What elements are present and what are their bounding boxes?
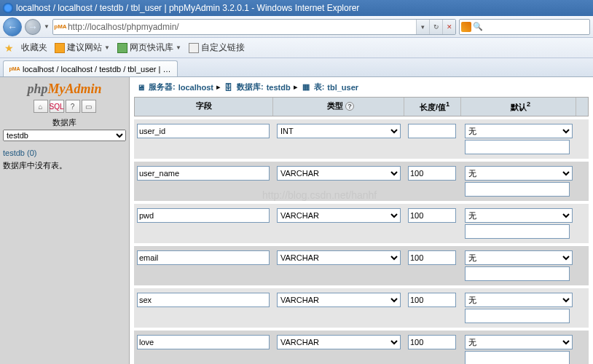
field-name-input[interactable] [137,250,270,265]
db-label: 数据库 [3,117,126,128]
field-default-input[interactable] [465,266,570,281]
address-dropdown[interactable]: ▾ [416,20,429,34]
stop-button[interactable]: ✕ [442,20,455,34]
crumb-table[interactable]: tbl_user [327,83,358,92]
field-length-input[interactable] [408,293,456,307]
field-default-select[interactable]: 无 [465,250,573,265]
field-row: VARCHAR无 [134,246,589,285]
page-icon [189,43,199,53]
chevron-down-icon: ▼ [176,44,181,51]
field-default-select[interactable]: 无 [465,335,573,349]
pma-favicon-icon: pMA [9,64,20,74]
suggested-icon [55,43,65,53]
breadcrumb: 🖥 服务器: localhost ▸ 🗄 数据库: testdb ▸ ▦ 表: … [130,77,593,97]
favorites-bar: ★ 收藏夹 建议网站 ▼ 网页快讯库 ▼ 自定义链接 [0,38,593,58]
ie-favicon [3,3,13,13]
nav-dropdown-icon[interactable]: ▼ [44,23,50,30]
field-default-select[interactable]: 无 [465,166,573,181]
home-icon[interactable]: ⌂ [34,100,48,113]
hdr-name: 字段 [135,98,273,116]
field-row: VARCHAR无 [134,288,589,328]
address-input[interactable] [68,22,416,32]
tab-title: localhost / localhost / testdb / tbl_use… [23,65,171,74]
help-icon[interactable]: ? [345,102,354,111]
forward-button[interactable]: → [25,19,41,35]
hdr-type: 类型 ? [278,98,404,116]
field-row: VARCHAR无 [134,162,589,201]
docs-icon[interactable]: ? [66,100,80,113]
field-name-input[interactable] [137,124,270,138]
crumb-server[interactable]: localhost [178,83,213,92]
field-default-input[interactable] [465,140,570,154]
tab-bar: pMA localhost / localhost / testdb / tbl… [0,58,593,77]
hdr-len: 长度/值1 [409,98,461,116]
field-default-select[interactable]: 无 [465,124,573,138]
field-default-select[interactable]: 无 [465,208,573,223]
custom-link[interactable]: 自定义链接 [189,41,245,54]
browser-tab[interactable]: pMA localhost / localhost / testdb / tbl… [3,60,178,76]
address-bar[interactable]: pMA ▾ ↻ ✕ [52,19,456,35]
back-button[interactable]: ← [3,17,22,36]
field-length-input[interactable] [408,208,456,223]
field-default-select[interactable]: 无 [465,293,573,307]
webslice-icon [117,43,127,53]
field-name-input[interactable] [137,208,270,223]
sidebar: phpMyAdmin ⌂ SQL ? ▭ 数据库 testdb testdb (… [0,77,130,364]
field-name-input[interactable] [137,166,270,181]
field-default-input[interactable] [465,309,570,323]
field-type-select[interactable]: VARCHAR [277,293,401,307]
favorites-label: 收藏夹 [21,41,47,54]
field-row: INT无 [134,119,589,159]
ie-toolbar: ← → ▼ pMA ▾ ↻ ✕ 🔍 [0,16,593,38]
pma-favicon-icon: pMA [55,21,66,33]
window-titlebar: localhost / localhost / testdb / tbl_use… [0,0,593,16]
field-type-select[interactable]: VARCHAR [277,166,401,181]
suggested-sites[interactable]: 建议网站 ▼ [55,41,110,54]
column-headers: 字段 类型 ? 长度/值1 默认2 [134,97,589,116]
web-slice[interactable]: 网页快讯库 ▼ [117,41,181,54]
database-select[interactable]: testdb [3,130,126,141]
refresh-button[interactable]: ↻ [429,20,442,34]
field-type-select[interactable]: INT [277,124,401,138]
phpmyadmin-logo: phpMyAdmin [3,82,126,97]
field-name-input[interactable] [137,335,270,349]
server-icon: 🖥 [136,82,146,92]
search-icon[interactable]: 🔍 [471,22,484,31]
table-icon: ▦ [301,82,311,92]
database-icon: 🗄 [224,82,234,92]
field-default-input[interactable] [465,224,570,239]
sql-icon[interactable]: SQL [50,100,64,113]
field-length-input[interactable] [408,124,456,138]
field-row: VARCHAR无 [134,204,589,243]
field-default-input[interactable] [465,351,570,364]
field-type-select[interactable]: VARCHAR [277,250,401,265]
field-row: VARCHAR无 [134,331,589,364]
field-length-input[interactable] [408,250,456,265]
empty-db-note: 数据库中没有表。 [3,160,126,171]
hdr-def: 默认2 [466,98,576,116]
query-icon[interactable]: ▭ [82,100,96,113]
field-default-input[interactable] [465,182,570,197]
field-name-input[interactable] [137,293,270,307]
field-length-input[interactable] [408,335,456,349]
chevron-down-icon: ▼ [104,44,110,51]
bing-icon [461,22,471,32]
field-type-select[interactable]: VARCHAR [277,208,401,223]
field-type-select[interactable]: VARCHAR [277,335,401,349]
favorites-star-icon[interactable]: ★ [4,42,14,54]
search-box[interactable]: 🔍 [459,19,590,35]
db-link[interactable]: testdb (0) [3,149,36,157]
content: 🖥 服务器: localhost ▸ 🗄 数据库: testdb ▸ ▦ 表: … [130,77,593,364]
crumb-db[interactable]: testdb [267,83,291,92]
field-length-input[interactable] [408,166,456,181]
window-title: localhost / localhost / testdb / tbl_use… [16,3,359,13]
